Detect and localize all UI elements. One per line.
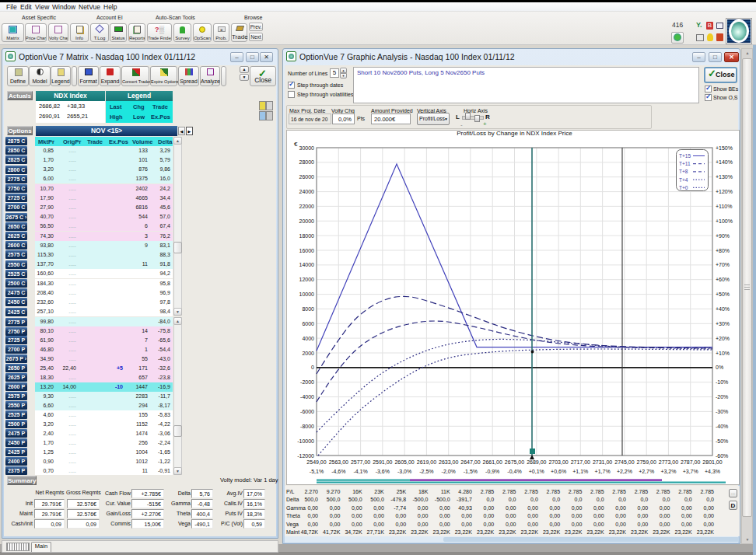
svg-text:+100%: +100%	[716, 218, 733, 224]
svg-text:-40%: -40%	[716, 424, 728, 429]
svg-text:14000: 14000	[299, 262, 315, 267]
svg-text:-2,0%: -2,0%	[442, 469, 456, 474]
svg-text:2745,00: 2745,00	[614, 459, 634, 465]
svg-text:20000: 20000	[299, 218, 315, 224]
svg-text:-5,1%: -5,1%	[310, 469, 324, 474]
svg-text:-4000: -4000	[300, 394, 314, 400]
svg-text:10000: 10000	[299, 291, 315, 297]
svg-text:-60%: -60%	[716, 453, 728, 459]
svg-text:2647,00: 2647,00	[460, 459, 480, 465]
svg-text:2577,00: 2577,00	[351, 459, 370, 465]
svg-text:+2,7%: +2,7%	[639, 469, 654, 474]
svg-text:28000: 28000	[299, 159, 315, 165]
svg-text:+2,2%: +2,2%	[617, 469, 632, 474]
svg-text:+0,1%: +0,1%	[529, 469, 544, 474]
svg-text:16000: 16000	[299, 248, 315, 253]
svg-text:+10%: +10%	[716, 351, 730, 356]
svg-text:18000: 18000	[299, 233, 315, 239]
svg-text:+50%: +50%	[716, 291, 730, 297]
svg-text:+70%: +70%	[716, 262, 730, 267]
svg-text:-2000: -2000	[300, 379, 314, 385]
svg-text:-0,9%: -0,9%	[485, 469, 499, 474]
svg-text:+120%: +120%	[716, 189, 733, 194]
svg-text:30000: 30000	[299, 145, 315, 151]
svg-text:24000: 24000	[299, 189, 315, 194]
svg-text:T+4: T+4	[679, 177, 688, 183]
svg-text:2773,00: 2773,00	[659, 459, 678, 465]
svg-text:2619,00: 2619,00	[417, 459, 436, 465]
svg-text:2605,00: 2605,00	[394, 459, 414, 465]
svg-text:-8000: -8000	[300, 424, 314, 429]
svg-text:+3,7%: +3,7%	[683, 469, 698, 474]
svg-text:-50%: -50%	[716, 438, 728, 444]
svg-text:-2,5%: -2,5%	[419, 469, 433, 474]
svg-text:+1,7%: +1,7%	[595, 469, 611, 474]
svg-text:2717,00: 2717,00	[571, 459, 590, 465]
svg-text:T+11: T+11	[679, 161, 691, 166]
svg-text:2689,00: 2689,00	[527, 459, 546, 465]
svg-text:0%: 0%	[716, 365, 723, 370]
svg-text:2633,00: 2633,00	[439, 459, 458, 465]
svg-text:+150%: +150%	[716, 145, 733, 151]
svg-text:+4,3%: +4,3%	[705, 469, 720, 474]
svg-text:8000: 8000	[302, 306, 314, 312]
svg-text:2000: 2000	[302, 351, 314, 356]
svg-text:+30%: +30%	[716, 321, 730, 326]
svg-text:-10%: -10%	[716, 379, 728, 385]
svg-text:-0,4%: -0,4%	[507, 469, 521, 474]
svg-text:26000: 26000	[299, 174, 315, 180]
svg-text:2787,00: 2787,00	[681, 459, 700, 465]
svg-text:Profit/Loss by Change in NDX I: Profit/Loss by Change in NDX Index Price	[457, 130, 572, 137]
svg-text:T+0: T+0	[679, 185, 688, 190]
svg-text:+90%: +90%	[716, 233, 730, 239]
svg-text:2563,00: 2563,00	[329, 459, 348, 465]
svg-text:2759,00: 2759,00	[637, 459, 656, 465]
svg-text:+80%: +80%	[716, 248, 730, 253]
svg-text:4000: 4000	[302, 336, 314, 341]
svg-text:+3,2%: +3,2%	[660, 469, 676, 474]
svg-text:2675,00: 2675,00	[505, 459, 524, 465]
svg-text:+0,6%: +0,6%	[551, 469, 566, 474]
svg-text:2801,00: 2801,00	[702, 459, 722, 465]
svg-text:12000: 12000	[299, 277, 315, 282]
svg-text:+110%: +110%	[716, 204, 732, 209]
svg-text:T+8: T+8	[679, 169, 688, 174]
svg-text:+60%: +60%	[716, 277, 730, 282]
svg-text:-1,5%: -1,5%	[464, 469, 478, 474]
svg-text:T+15: T+15	[679, 153, 691, 159]
svg-text:-20%: -20%	[716, 394, 728, 400]
svg-text:-4,6%: -4,6%	[331, 469, 345, 474]
svg-text:2661,00: 2661,00	[483, 459, 502, 465]
svg-text:+130%: +130%	[716, 174, 733, 180]
svg-text:-30%: -30%	[716, 409, 728, 414]
svg-text:-12000: -12000	[297, 453, 314, 459]
svg-text:-6000: -6000	[300, 409, 314, 414]
svg-text:2731,00: 2731,00	[593, 459, 612, 465]
svg-text:-3,0%: -3,0%	[397, 469, 411, 474]
svg-text:+20%: +20%	[716, 336, 730, 341]
svg-text:-4,1%: -4,1%	[353, 469, 367, 474]
svg-text:+140%: +140%	[716, 159, 733, 165]
svg-text:€: €	[294, 141, 298, 148]
svg-text:2703,00: 2703,00	[548, 459, 568, 465]
svg-text:2591,00: 2591,00	[373, 459, 392, 465]
svg-text:-3,6%: -3,6%	[376, 469, 390, 474]
svg-text:22000: 22000	[299, 204, 315, 209]
svg-text:2549,00: 2549,00	[306, 459, 326, 465]
svg-text:+40%: +40%	[716, 306, 730, 312]
svg-text:+1,1%: +1,1%	[572, 469, 588, 474]
svg-text:-10000: -10000	[297, 438, 314, 444]
svg-text:6000: 6000	[302, 321, 314, 326]
svg-text:0: 0	[311, 365, 314, 370]
